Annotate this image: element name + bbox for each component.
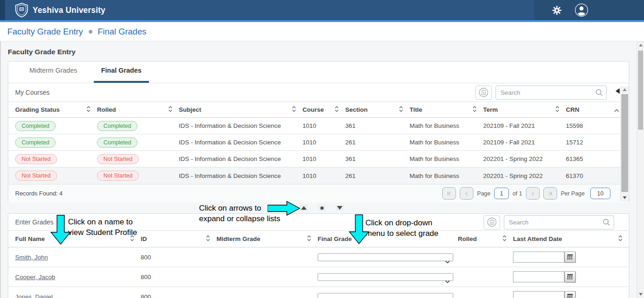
title-cell: Math for Business (410, 122, 483, 129)
subject-cell: IDS - Information & Decision Science (179, 155, 302, 162)
term-cell: 202201 - Spring 2022 (483, 155, 566, 162)
course-row[interactable]: Not Started Not Started IDS - Informatio… (8, 167, 629, 184)
course-row[interactable]: Completed Completed IDS - Information & … (8, 134, 629, 151)
sort-icon[interactable] (86, 106, 91, 114)
final-grade-select[interactable] (318, 293, 453, 298)
breadcrumb: Faculty Grade Entry Final Grades (0, 22, 644, 41)
sort-icon[interactable] (473, 106, 477, 114)
section-cell: 361 (345, 122, 410, 129)
student-name-link[interactable]: Cooper, Jacob (15, 274, 55, 281)
column-header-midterm-grade[interactable]: Midterm Grade (217, 231, 318, 247)
column-header-id[interactable]: ID (141, 231, 217, 247)
sort-icon[interactable] (502, 235, 507, 243)
grading-status-badge: Not Started (15, 154, 57, 164)
tab-final-grades[interactable]: Final Grades (94, 67, 149, 83)
per-page-input[interactable] (590, 188, 610, 199)
sort-icon[interactable] (399, 106, 403, 114)
column-header-subject[interactable]: Subject (179, 102, 302, 117)
column-header-rolled[interactable]: Rolled (97, 102, 179, 117)
calendar-icon (567, 254, 573, 260)
course-cell: 1010 (302, 155, 345, 162)
column-header-course[interactable]: Course (302, 102, 345, 117)
calendar-button[interactable] (564, 291, 576, 298)
subject-cell: IDS - Information & Decision Science (179, 122, 302, 129)
enter-grades-body: Smith, John 800 (8, 247, 629, 298)
scroll-up-icon[interactable] (637, 44, 644, 46)
crn-cell: 61370 (566, 172, 614, 179)
sort-icon[interactable] (555, 106, 559, 114)
per-page-label: Per Page (561, 190, 585, 197)
page-label: Page (477, 190, 490, 197)
course-row[interactable]: Not Started Not Started IDS - Informatio… (8, 151, 629, 167)
grid-tools-button[interactable] (475, 86, 492, 100)
cyan-down-arrow (349, 214, 369, 245)
final-grade-dropdown (318, 274, 453, 281)
title-cell: Math for Business (410, 155, 483, 162)
last-attend-date-input[interactable] (513, 291, 564, 298)
crn-cell: 15712 (566, 139, 614, 146)
page-number-input[interactable] (494, 188, 509, 199)
page-scrollbar-thumb[interactable] (638, 51, 643, 130)
last-attend-date-field (513, 271, 624, 282)
collapse-down-control[interactable] (336, 205, 344, 211)
column-header-crn[interactable]: CRN (566, 102, 614, 117)
expand-up-control[interactable] (300, 205, 308, 211)
enter-grades-search-input[interactable] (504, 215, 614, 229)
column-header-last-attend-date[interactable]: Last Attend Date (513, 231, 629, 247)
grid-tools-button[interactable] (484, 215, 500, 229)
student-row: Smith, John 800 (8, 247, 629, 267)
rolled-badge: Completed (97, 121, 137, 131)
column-header-section[interactable]: Section (345, 102, 410, 117)
column-header-title[interactable]: Title (410, 102, 483, 117)
dot-icon (320, 206, 324, 210)
topbar: Yeshiva University (0, 0, 644, 20)
sort-icon[interactable] (307, 235, 311, 243)
reset-split-control[interactable] (318, 205, 326, 211)
column-header-term[interactable]: Term (483, 102, 566, 117)
column-header-grading-status[interactable]: Grading Status (8, 102, 97, 117)
previous-page-button[interactable] (460, 187, 473, 200)
scroll-down-icon[interactable] (621, 196, 629, 199)
grading-status-badge: Completed (15, 138, 56, 148)
student-name-link[interactable]: Smith, John (15, 254, 48, 261)
tab-midterm-grades[interactable]: Midterm Grades (22, 67, 85, 83)
course-row[interactable]: Completed Completed IDS - Information & … (8, 118, 629, 134)
last-attend-date-input[interactable] (513, 252, 564, 263)
scroll-up-icon[interactable] (621, 88, 629, 91)
page-scrollbar[interactable] (637, 41, 644, 298)
grading-status-badge: Completed (15, 121, 56, 131)
panel-collapse-arrow[interactable] (616, 88, 620, 94)
sort-icon[interactable] (335, 106, 339, 114)
sort-icon[interactable] (292, 106, 296, 114)
student-row: Jones, Daniel 800 (8, 287, 629, 298)
section-cell: 361 (345, 155, 410, 162)
annotation-student-profile: Click on a name to view Student Profile (68, 217, 151, 238)
brand-name: Yeshiva University (33, 6, 105, 15)
my-courses-search-input[interactable] (496, 86, 607, 100)
column-header-rolled[interactable]: Rolled (458, 231, 513, 247)
final-grade-select[interactable] (318, 273, 453, 281)
last-page-button[interactable] (543, 187, 557, 200)
first-page-button[interactable] (442, 187, 456, 200)
calendar-button[interactable] (564, 252, 576, 263)
scroll-down-icon[interactable] (637, 293, 644, 296)
enter-grades-search (504, 215, 614, 229)
breadcrumb-parent[interactable]: Faculty Grade Entry (7, 27, 83, 37)
sort-icon[interactable] (206, 235, 210, 243)
sort-icon[interactable] (618, 235, 622, 243)
my-courses-search (496, 86, 607, 100)
sort-icon[interactable] (168, 106, 172, 114)
section-cell: 261 (345, 172, 410, 179)
final-grade-dropdown (318, 293, 453, 298)
last-attend-date-input[interactable] (513, 271, 564, 282)
settings-button[interactable] (552, 5, 562, 16)
grid-scrollbar-thumb[interactable] (621, 94, 628, 192)
final-grade-select[interactable] (318, 253, 453, 261)
page-of-label: of 1 (513, 190, 522, 197)
profile-button[interactable] (575, 3, 588, 17)
student-name-link[interactable]: Jones, Daniel (15, 293, 53, 298)
grid-scrollbar[interactable] (620, 86, 629, 201)
next-page-button[interactable] (526, 187, 540, 200)
faculty-grade-entry-screen: Yeshiva University (0, 0, 644, 298)
calendar-button[interactable] (564, 271, 576, 282)
